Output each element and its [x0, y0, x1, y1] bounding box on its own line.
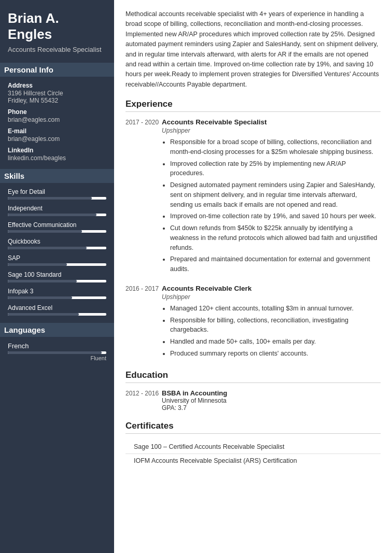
- certificates-list: Sage 100 – Certified Accounts Receivable…: [125, 440, 381, 467]
- address-label: Address: [8, 82, 106, 89]
- experience-section: Experience 2017 - 2020 Accounts Receivab…: [125, 99, 381, 361]
- bullet-item: Prepared and maintained documentation fo…: [170, 254, 381, 274]
- bullet-item: Responsible for a broad scope of billing…: [170, 137, 381, 157]
- phone-label: Phone: [8, 108, 106, 116]
- skills-section: Eye for Detail Independent Effective Com…: [8, 188, 106, 316]
- skill-name: Advanced Excel: [8, 304, 106, 311]
- linkedin-label: LinkedIn: [8, 147, 106, 154]
- candidate-title: Accounts Receivable Specialist: [8, 46, 106, 53]
- exp-content: Accounts Receivable Specialist Upshipper…: [162, 118, 381, 276]
- skill-name: Infopak 3: [8, 288, 106, 295]
- skill-name: SAP: [8, 254, 106, 262]
- certificates-section: Certificates Sage 100 – Certified Accoun…: [125, 421, 381, 467]
- skill-name: Sage 100 Standard: [8, 271, 106, 278]
- bullet-item: Designed automated payment reminders usi…: [170, 180, 381, 209]
- phone-block: Phone brian@eagles.com: [8, 108, 106, 123]
- language-level: Fluent: [8, 355, 106, 361]
- language-name: French: [8, 342, 106, 350]
- bullet-item: Improved collection rate by 25% by imple…: [170, 159, 381, 179]
- linkedin-block: LinkedIn linkedin.com/beagles: [8, 147, 106, 162]
- skill-bar-fill: [8, 214, 96, 216]
- skill-bar-fill: [8, 280, 77, 282]
- exp-dates: 2017 - 2020: [125, 118, 162, 276]
- skill-name: Quickbooks: [8, 238, 106, 245]
- skill-item: Independent: [8, 205, 106, 216]
- main-content: Methodical accounts receivable specialis…: [114, 0, 392, 553]
- language-item: French Fluent: [8, 342, 106, 361]
- education-entries: 2012 - 2016 BSBA in Accounting Universit…: [125, 389, 381, 412]
- experience-entry: 2017 - 2020 Accounts Receivable Speciali…: [125, 118, 381, 276]
- bullet-item: Cut down refunds from $450k to $225k ann…: [170, 223, 381, 252]
- summary-text: Methodical accounts receivable specialis…: [125, 9, 381, 90]
- certificates-heading: Certificates: [125, 421, 381, 434]
- resume-container: Brian A. Engles Accounts Receivable Spec…: [0, 0, 392, 553]
- skill-bar-bg: [8, 263, 106, 266]
- experience-entry: 2016 - 2017 Accounts Receivable Clerk Up…: [125, 285, 381, 361]
- skill-name: Eye for Detail: [8, 188, 106, 195]
- skill-bar-bg: [8, 197, 106, 200]
- exp-job-title: Accounts Receivable Clerk: [162, 285, 381, 292]
- languages-heading: Languages: [0, 323, 114, 337]
- bullet-item: Improved on-time collection rate by 19%,…: [170, 211, 381, 221]
- certificate-item: Sage 100 – Certified Accounts Receivable…: [125, 440, 381, 453]
- edu-gpa: GPA: 3.7: [162, 404, 381, 412]
- skill-bar-fill: [8, 263, 67, 266]
- address-value: 3196 Hillcrest CircleFridley, MN 55432: [8, 90, 106, 104]
- address-block: Address 3196 Hillcrest CircleFridley, MN…: [8, 82, 106, 104]
- skill-name: Effective Communication: [8, 221, 106, 229]
- skill-item: Infopak 3: [8, 288, 106, 299]
- education-section: Education 2012 - 2016 BSBA in Accounting…: [125, 370, 381, 412]
- bullet-item: Handled and made 50+ calls, 100+ emails …: [170, 337, 381, 347]
- linkedin-value: linkedin.com/beagles: [8, 154, 106, 162]
- email-label: E-mail: [8, 127, 106, 135]
- language-bar-fill: [8, 351, 102, 354]
- skill-item: Sage 100 Standard: [8, 271, 106, 282]
- exp-bullets: Responsible for a broad scope of billing…: [162, 137, 381, 274]
- skill-bar-fill: [8, 247, 87, 249]
- skill-item: Advanced Excel: [8, 304, 106, 316]
- skill-bar-fill: [8, 197, 92, 200]
- skill-bar-fill: [8, 296, 72, 299]
- education-entry: 2012 - 2016 BSBA in Accounting Universit…: [125, 389, 381, 412]
- skill-item: Eye for Detail: [8, 188, 106, 200]
- skill-item: Quickbooks: [8, 238, 106, 249]
- education-heading: Education: [125, 370, 381, 383]
- sidebar: Brian A. Engles Accounts Receivable Spec…: [0, 0, 114, 553]
- skill-name: Independent: [8, 205, 106, 212]
- exp-bullets: Managed 120+ client accounts, totalling …: [162, 304, 381, 359]
- exp-content: Accounts Receivable Clerk Upshipper Mana…: [162, 285, 381, 361]
- exp-job-title: Accounts Receivable Specialist: [162, 118, 381, 126]
- language-bar-bg: [8, 351, 106, 354]
- bullet-item: Responsible for billing, collections, re…: [170, 316, 381, 335]
- skill-item: SAP: [8, 254, 106, 266]
- bullet-item: Managed 120+ client accounts, totalling …: [170, 304, 381, 314]
- personal-info-heading: Personal Info: [0, 63, 114, 77]
- skill-bar-bg: [8, 214, 106, 216]
- edu-school: University of Minnesota: [162, 397, 381, 404]
- skills-heading: Skills: [0, 169, 114, 183]
- skill-bar-bg: [8, 313, 106, 316]
- skill-bar-bg: [8, 280, 106, 282]
- experience-entries: 2017 - 2020 Accounts Receivable Speciali…: [125, 118, 381, 361]
- skill-item: Effective Communication: [8, 221, 106, 233]
- skill-bar-fill: [8, 230, 82, 233]
- skill-bar-bg: [8, 247, 106, 249]
- phone-value: brian@eagles.com: [8, 116, 106, 123]
- exp-company: Upshipper: [162, 293, 381, 301]
- edu-dates: 2012 - 2016: [125, 389, 162, 412]
- personal-info-section: Address 3196 Hillcrest CircleFridley, MN…: [8, 82, 106, 162]
- certificate-item: IOFM Accounts Receivable Specialist (ARS…: [125, 453, 381, 467]
- skill-bar-fill: [8, 313, 79, 316]
- edu-degree: BSBA in Accounting: [162, 389, 381, 397]
- exp-dates: 2016 - 2017: [125, 285, 162, 361]
- bullet-item: Produced summary reports on clients' acc…: [170, 349, 381, 359]
- experience-heading: Experience: [125, 99, 381, 112]
- languages-section: French Fluent: [8, 342, 106, 361]
- skill-bar-bg: [8, 296, 106, 299]
- candidate-name: Brian A. Engles: [8, 10, 106, 42]
- email-block: E-mail brian@eagles.com: [8, 127, 106, 143]
- skill-bar-bg: [8, 230, 106, 233]
- edu-content: BSBA in Accounting University of Minneso…: [162, 389, 381, 412]
- exp-company: Upshipper: [162, 127, 381, 134]
- email-value: brian@eagles.com: [8, 135, 106, 143]
